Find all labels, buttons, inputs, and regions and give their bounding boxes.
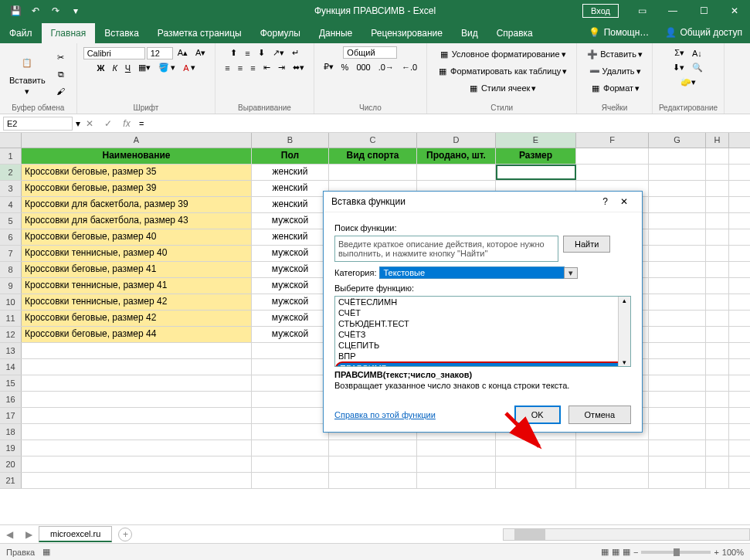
zoom-slider[interactable] — [641, 551, 711, 554]
cell[interactable] — [22, 359, 252, 375]
row-header[interactable]: 19 — [0, 440, 22, 456]
font-color-button[interactable]: A▾ — [180, 61, 198, 74]
cell[interactable] — [649, 229, 706, 245]
cell[interactable] — [649, 359, 706, 375]
cell[interactable] — [22, 473, 252, 488]
percent-button[interactable]: % — [338, 61, 352, 73]
function-list-item[interactable]: СЧЁТЗ — [335, 329, 630, 340]
cell[interactable] — [649, 408, 706, 423]
cell[interactable] — [649, 424, 706, 440]
insert-cells-button[interactable]: ➕Вставить▾ — [583, 46, 646, 62]
cell[interactable] — [706, 148, 729, 164]
row-header[interactable]: 6 — [0, 229, 22, 245]
cell[interactable] — [649, 294, 706, 310]
cell[interactable] — [706, 343, 729, 358]
cell[interactable] — [706, 375, 729, 391]
autosum-button[interactable]: Σ▾ — [671, 46, 687, 59]
column-header-H[interactable]: H — [706, 133, 729, 148]
cell[interactable]: мужской — [252, 246, 329, 261]
cell[interactable] — [649, 213, 706, 229]
cell[interactable] — [329, 473, 417, 488]
column-header-B[interactable]: B — [252, 133, 329, 148]
view-layout-button[interactable]: ▦ — [612, 547, 619, 557]
cell[interactable]: женский — [252, 229, 329, 245]
cell[interactable] — [496, 165, 576, 180]
cell[interactable] — [252, 473, 329, 488]
cell[interactable] — [649, 262, 706, 277]
cell[interactable] — [22, 424, 252, 440]
select-all-corner[interactable] — [0, 133, 22, 148]
cell[interactable] — [706, 408, 729, 423]
zoom-in-button[interactable]: + — [714, 548, 718, 557]
cell[interactable] — [329, 456, 417, 472]
zoom-out-button[interactable]: − — [633, 548, 638, 557]
row-header[interactable]: 4 — [0, 197, 22, 212]
row-header[interactable]: 20 — [0, 456, 22, 472]
cell[interactable] — [649, 278, 706, 294]
cell[interactable] — [649, 165, 706, 180]
row-header[interactable]: 3 — [0, 181, 22, 196]
cell[interactable] — [576, 148, 649, 164]
cell[interactable] — [706, 473, 729, 488]
cell[interactable]: мужской — [252, 213, 329, 229]
sort-filter-button[interactable]: A↓ — [689, 47, 705, 59]
cell[interactable]: Размер — [496, 148, 576, 164]
delete-cells-button[interactable]: ➖Удалить▾ — [585, 63, 644, 79]
column-header-E[interactable]: E — [496, 133, 576, 148]
row-header[interactable]: 13 — [0, 343, 22, 358]
zoom-level[interactable]: 100% — [722, 548, 744, 557]
cell[interactable] — [252, 375, 329, 391]
cell[interactable] — [252, 456, 329, 472]
tab-formulas[interactable]: Формулы — [251, 23, 310, 43]
increase-font-button[interactable]: A▴ — [175, 46, 191, 59]
sheet-nav-next[interactable]: ▶ — [19, 529, 39, 540]
redo-icon[interactable]: ↷ — [46, 2, 65, 20]
tab-file[interactable]: Файл — [0, 23, 42, 43]
cancel-button[interactable]: Отмена — [568, 406, 631, 424]
share-button[interactable]: 👤Общий доступ — [657, 22, 750, 43]
cell[interactable] — [706, 424, 729, 440]
row-header[interactable]: 7 — [0, 246, 22, 261]
align-middle-button[interactable]: ≡ — [242, 47, 253, 59]
cell[interactable] — [22, 408, 252, 423]
italic-button[interactable]: К — [109, 62, 120, 74]
tab-data[interactable]: Данные — [310, 23, 361, 43]
sheet-tab[interactable]: microexcel.ru — [39, 526, 112, 542]
cell[interactable]: Кроссовки для баскетбола, размер 43 — [22, 213, 252, 229]
cell[interactable] — [706, 229, 729, 245]
format-as-table-button[interactable]: ▦Форматировать как таблицу▾ — [433, 63, 570, 79]
cut-button[interactable]: ✂ — [52, 49, 70, 65]
row-header[interactable]: 8 — [0, 262, 22, 277]
decrease-font-button[interactable]: A▾ — [192, 46, 209, 59]
copy-button[interactable]: ⧉ — [52, 66, 70, 82]
cell[interactable] — [706, 262, 729, 277]
tell-me-button[interactable]: 💡Помощн… — [581, 22, 657, 43]
cell[interactable] — [649, 473, 706, 488]
function-list-item[interactable]: ПРАВСИМВ — [335, 361, 630, 367]
insert-function-button[interactable]: fx — [117, 118, 136, 129]
cell-styles-button[interactable]: ▦Стили ячеек▾ — [464, 80, 539, 96]
function-list-scrollbar[interactable] — [618, 297, 630, 366]
cell[interactable] — [252, 424, 329, 440]
align-top-button[interactable]: ⬆ — [227, 46, 240, 59]
formula-bar[interactable] — [136, 117, 750, 130]
name-box[interactable] — [3, 117, 73, 131]
column-header-F[interactable]: F — [576, 133, 649, 148]
cell[interactable] — [496, 473, 576, 488]
clear-button[interactable]: 🧽▾ — [677, 76, 699, 89]
increase-decimal-button[interactable]: .0→ — [375, 61, 397, 73]
number-format-combo[interactable] — [343, 46, 397, 59]
cell[interactable] — [252, 408, 329, 423]
fill-button[interactable]: ⬇▾ — [670, 61, 687, 74]
cell[interactable] — [706, 213, 729, 229]
orientation-button[interactable]: ↗▾ — [270, 46, 287, 59]
row-header[interactable]: 17 — [0, 408, 22, 423]
cell[interactable] — [649, 392, 706, 407]
cell[interactable]: Кроссовки беговые, размер 35 — [22, 165, 252, 180]
cell[interactable] — [329, 165, 417, 180]
font-name-combo[interactable] — [83, 47, 145, 59]
cell[interactable] — [417, 456, 496, 472]
cell[interactable] — [649, 456, 706, 472]
cell[interactable]: Кроссовки теннисные, размер 41 — [22, 278, 252, 294]
wrap-text-button[interactable]: ↵ — [289, 46, 302, 59]
